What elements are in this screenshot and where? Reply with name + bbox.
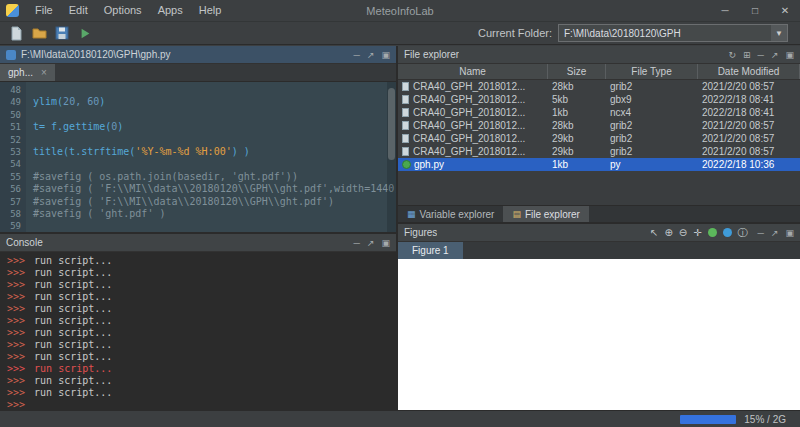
panel-float-icon[interactable]: ↗ bbox=[367, 234, 375, 252]
window-close-icon[interactable]: ✕ bbox=[770, 0, 800, 21]
code-line bbox=[33, 84, 396, 96]
column-header-date-modified[interactable]: Date Modified bbox=[698, 64, 800, 79]
file-explorer-icon: ▤ bbox=[512, 209, 521, 219]
panel-minimize-icon[interactable]: ─ bbox=[758, 224, 764, 242]
column-header-name[interactable]: Name bbox=[398, 64, 548, 79]
menu-items: FileEditOptionsAppsHelp bbox=[27, 0, 229, 21]
file-icon bbox=[402, 82, 409, 91]
pan-icon[interactable]: ✛ bbox=[693, 227, 701, 238]
console-panel-header: Console ─ ↗ ▣ bbox=[0, 234, 396, 252]
code-token: #savefig ( 'F:\\MI\\data\\20180120\\GPH\… bbox=[33, 183, 396, 194]
tab-figure-1[interactable]: Figure 1 bbox=[398, 242, 463, 259]
panel-restore-icon[interactable]: ▣ bbox=[381, 46, 390, 64]
file-table-header: NameSizeFile TypeDate Modified bbox=[398, 64, 800, 80]
memory-usage-label: 15% / 2G bbox=[744, 414, 786, 425]
panel-float-icon[interactable]: ↗ bbox=[367, 46, 375, 64]
identify-icon[interactable] bbox=[723, 228, 732, 237]
file-size-cell: 5kb bbox=[548, 94, 606, 105]
panel-minimize-icon[interactable]: ─ bbox=[354, 234, 360, 252]
panel-float-icon[interactable]: ↗ bbox=[771, 224, 779, 242]
line-number: 49 bbox=[0, 96, 21, 108]
python-file-icon bbox=[6, 50, 16, 60]
menu-file[interactable]: File bbox=[27, 0, 61, 21]
left-column: F:\MI\data\20180120\GPH\gph.py ─ ↗ ▣ gph… bbox=[0, 46, 396, 410]
scrollbar-thumb[interactable] bbox=[388, 88, 395, 160]
zoom-out-icon[interactable]: ⊖ bbox=[679, 227, 687, 238]
console-prompt: >>> bbox=[7, 363, 25, 374]
console-text: run script... bbox=[34, 315, 112, 326]
menu-edit[interactable]: Edit bbox=[61, 0, 96, 21]
console-line: >>>run script... bbox=[7, 291, 389, 303]
panel-restore-icon[interactable]: ▣ bbox=[785, 46, 794, 64]
editor-scrollbar[interactable] bbox=[387, 82, 396, 232]
figure-canvas[interactable] bbox=[398, 259, 800, 410]
console-prompt: >>> bbox=[7, 267, 25, 278]
panel-float-icon[interactable]: ↗ bbox=[771, 46, 779, 64]
editor-panel: F:\MI\data\20180120\GPH\gph.py ─ ↗ ▣ gph… bbox=[0, 46, 396, 232]
file-type-cell: grib2 bbox=[606, 81, 698, 92]
panel-restore-icon[interactable]: ▣ bbox=[381, 234, 390, 252]
column-header-file-type[interactable]: File Type bbox=[606, 64, 698, 79]
combobox-dropdown-icon[interactable]: ▼ bbox=[771, 25, 787, 41]
panel-restore-icon[interactable]: ▣ bbox=[785, 224, 794, 242]
window-maximize-icon[interactable]: □ bbox=[740, 0, 770, 21]
right-column: File explorer ↻ ⊞ ─ ↗ ▣ NameSizeFile Typ… bbox=[398, 46, 800, 410]
current-folder-combobox[interactable]: F:\MI\data\20180120\GPH ▼ bbox=[558, 24, 788, 42]
table-row[interactable]: gph.py1kbpy2022/2/18 10:36 bbox=[398, 158, 800, 171]
panel-minimize-icon[interactable]: ─ bbox=[758, 46, 764, 64]
app-logo-icon bbox=[6, 4, 19, 17]
console-text: run script... bbox=[34, 267, 112, 278]
line-number: 52 bbox=[0, 134, 21, 146]
table-row[interactable]: CRA40_GPH_2018012...29kbgrib22021/2/20 0… bbox=[398, 145, 800, 158]
menu-apps[interactable]: Apps bbox=[150, 0, 191, 21]
figures-panel-title: Figures bbox=[404, 227, 437, 238]
full-extent-icon[interactable] bbox=[708, 228, 717, 237]
window-minimize-icon[interactable]: ─ bbox=[710, 0, 740, 21]
tab-close-icon[interactable]: × bbox=[41, 67, 47, 78]
info-icon[interactable]: ⓘ bbox=[738, 226, 748, 240]
table-row[interactable]: CRA40_GPH_2018012...1kbncx42022/2/18 08:… bbox=[398, 106, 800, 119]
file-size-cell: 1kb bbox=[548, 107, 606, 118]
code-line bbox=[33, 158, 396, 170]
console-text: run script... bbox=[34, 363, 112, 374]
column-header-size[interactable]: Size bbox=[548, 64, 606, 79]
editor-tab-label: gph... bbox=[8, 67, 33, 78]
code-line: ylim(20, 60) bbox=[33, 96, 396, 108]
zoom-in-icon[interactable]: ⊕ bbox=[664, 227, 672, 238]
menu-options[interactable]: Options bbox=[96, 0, 150, 21]
file-name-cell: CRA40_GPH_2018012... bbox=[398, 146, 548, 157]
save-icon[interactable] bbox=[52, 24, 72, 43]
console-output[interactable]: >>>run script...>>>run script...>>>run s… bbox=[0, 252, 396, 414]
file-type-cell: py bbox=[606, 159, 698, 170]
file-date-cell: 2021/2/20 08:57 bbox=[698, 81, 800, 92]
collapse-icon[interactable]: ⊞ bbox=[743, 46, 751, 64]
file-icon bbox=[402, 147, 409, 156]
code-line: #savefig ( 'ght.pdf' ) bbox=[33, 208, 396, 220]
figures-panel-header: Figures ↖ ⊕ ⊖ ✛ ⓘ ─ ↗ ▣ bbox=[398, 224, 800, 242]
run-script-icon[interactable] bbox=[75, 24, 95, 43]
console-prompt: >>> bbox=[7, 279, 25, 290]
menu-help[interactable]: Help bbox=[191, 0, 230, 21]
current-folder-value: F:\MI\data\20180120\GPH bbox=[564, 28, 771, 39]
refresh-icon[interactable]: ↻ bbox=[728, 46, 736, 64]
table-row[interactable]: CRA40_GPH_2018012...29kbgrib22021/2/20 0… bbox=[398, 132, 800, 145]
code-editor[interactable]: 484950515253545556575859 ylim(20, 60) t=… bbox=[0, 82, 396, 232]
console-text: run script... bbox=[34, 387, 112, 398]
tab-file-explorer[interactable]: ▤File explorer bbox=[503, 206, 589, 222]
select-arrow-icon[interactable]: ↖ bbox=[650, 227, 658, 238]
table-row[interactable]: CRA40_GPH_2018012...5kbgbx92022/2/18 08:… bbox=[398, 93, 800, 106]
panel-minimize-icon[interactable]: ─ bbox=[354, 46, 360, 64]
tab-gph-py[interactable]: gph... × bbox=[0, 64, 55, 81]
new-script-icon[interactable] bbox=[6, 24, 26, 43]
table-row[interactable]: CRA40_GPH_2018012...28kbgrib22021/2/20 0… bbox=[398, 80, 800, 93]
table-row[interactable]: CRA40_GPH_2018012...28kbgrib22021/2/20 0… bbox=[398, 119, 800, 132]
file-name-cell: CRA40_GPH_2018012... bbox=[398, 120, 548, 131]
code-token: ylim( bbox=[33, 96, 63, 107]
editor-panel-header: F:\MI\data\20180120\GPH\gph.py ─ ↗ ▣ bbox=[0, 46, 396, 64]
tab-variable-explorer[interactable]: ▦Variable explorer bbox=[398, 206, 503, 222]
file-date-cell: 2022/2/18 08:41 bbox=[698, 107, 800, 118]
console-line: >>>run script... bbox=[7, 339, 389, 351]
file-type-cell: gbx9 bbox=[606, 94, 698, 105]
code-line bbox=[33, 134, 396, 146]
open-file-icon[interactable] bbox=[29, 24, 49, 43]
